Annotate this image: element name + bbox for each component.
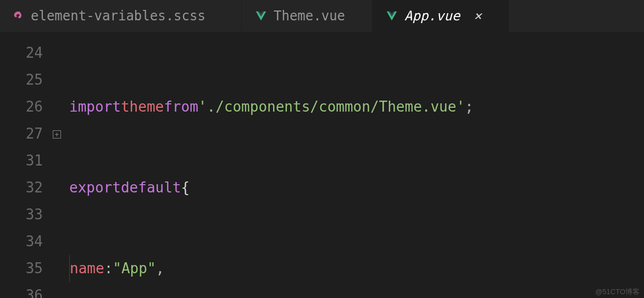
line-number: 24: [0, 40, 43, 67]
tab-bar: element-variables.scss Theme.vue App.vue…: [0, 0, 644, 32]
close-icon[interactable]: ×: [471, 9, 484, 23]
code-line: name: "App",: [69, 255, 644, 282]
sass-icon: [13, 10, 24, 21]
string-literal: './components/common/Theme.vue': [198, 93, 465, 120]
fold-expand-icon[interactable]: +: [53, 130, 61, 139]
gutter: 24 25 26 27 31 32 33 34 35 36: [0, 40, 53, 298]
keyword: export: [69, 174, 121, 201]
property: name: [70, 255, 104, 282]
line-number: 32: [0, 174, 43, 201]
line-number: 33: [0, 201, 43, 228]
line-number: 31: [0, 147, 43, 174]
keyword: from: [164, 93, 198, 120]
editor[interactable]: 24 25 26 27 31 32 33 34 35 36 + import t…: [0, 32, 644, 298]
tab-label: App.vue: [404, 8, 460, 24]
code-area[interactable]: import theme from './components/common/T…: [69, 40, 644, 298]
line-number: 26: [0, 93, 43, 120]
line-number: 25: [0, 67, 43, 93]
line-number: 27: [0, 120, 43, 147]
keyword: default: [121, 174, 181, 201]
punctuation: ;: [465, 93, 474, 120]
watermark: @51CTO博客: [595, 287, 640, 297]
code-line: import theme from './components/common/T…: [69, 93, 644, 120]
punctuation: ,: [156, 255, 165, 282]
fold-column: +: [53, 40, 69, 298]
tab-theme-vue[interactable]: Theme.vue: [242, 0, 373, 32]
code-line: export default {: [69, 174, 644, 201]
vue-icon: [255, 10, 267, 22]
vue-icon: [386, 10, 398, 22]
line-number: 35: [0, 255, 43, 282]
identifier: theme: [121, 93, 164, 120]
line-number: 34: [0, 228, 43, 255]
tab-label: Theme.vue: [274, 8, 345, 24]
tab-element-variables[interactable]: element-variables.scss: [0, 0, 242, 32]
tab-label: element-variables.scss: [31, 8, 206, 24]
line-number: 36: [0, 282, 43, 298]
keyword: import: [69, 93, 121, 120]
string-literal: "App": [113, 255, 156, 282]
brace: {: [181, 174, 190, 201]
punctuation: :: [104, 255, 113, 282]
tab-app-vue[interactable]: App.vue ×: [373, 0, 509, 32]
